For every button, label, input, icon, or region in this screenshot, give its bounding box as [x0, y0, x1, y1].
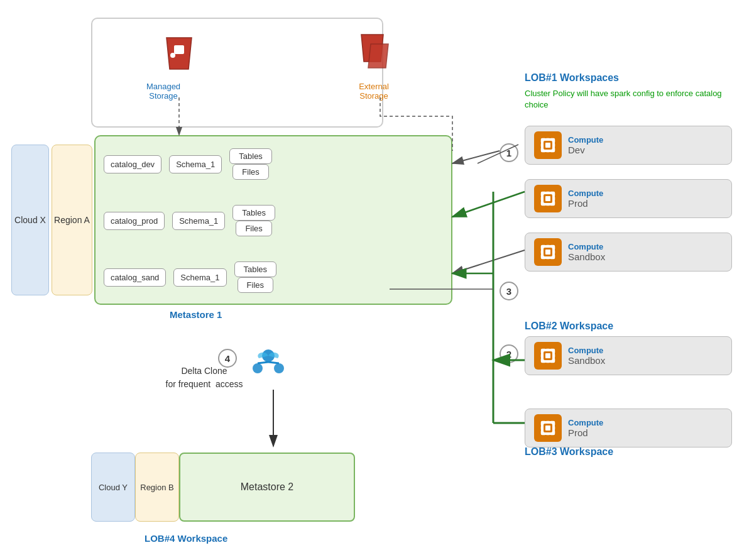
- lob1-compute-prod: Compute Prod: [525, 179, 732, 218]
- lob3-compute-prod: Compute Prod: [525, 409, 732, 447]
- catalog-row-sand: catalog_sand Schema_1 Tables Files: [104, 255, 276, 300]
- compute-icon-prod2: [534, 414, 562, 442]
- managed-storage-label: Managed Storage: [138, 82, 188, 101]
- svg-rect-40: [545, 353, 550, 358]
- region-a-box: Region A: [52, 145, 92, 295]
- compute-prod-text: Compute Prod: [568, 189, 603, 209]
- svg-marker-4: [368, 44, 388, 68]
- svg-rect-30: [539, 249, 541, 251]
- svg-point-2: [170, 53, 175, 58]
- svg-rect-36: [545, 259, 547, 261]
- compute-icon-dev: [534, 131, 562, 159]
- tables-files-prod: Tables Files: [232, 205, 275, 236]
- svg-line-69: [452, 151, 500, 163]
- storage-area: [91, 18, 383, 128]
- svg-rect-1: [174, 45, 184, 54]
- schema-dev-box: Schema_1: [169, 155, 222, 173]
- lob4-label: LOB#4 Workspace: [145, 533, 227, 544]
- svg-rect-15: [549, 152, 551, 154]
- lob4-area: Cloud Y Region B Metastore 2: [91, 446, 399, 528]
- metastore1-label: Metastore 1: [170, 309, 222, 320]
- catalog-sand-box: catalog_sand: [104, 268, 166, 287]
- lob1-compute-sandbox: Compute Sandbox: [525, 233, 732, 272]
- svg-rect-51: [545, 425, 550, 431]
- delta-clone-text: Delta Clonefor frequent access: [154, 365, 254, 391]
- svg-rect-48: [549, 363, 551, 365]
- region-b-box: Region B: [135, 453, 179, 522]
- tables-sand: Tables: [234, 261, 277, 277]
- svg-rect-55: [555, 429, 557, 431]
- svg-line-70: [452, 250, 525, 273]
- svg-rect-24: [549, 190, 551, 192]
- lob1-label: LOB#1 Workspaces: [525, 72, 619, 84]
- svg-rect-41: [539, 353, 541, 354]
- tables-dev: Tables: [229, 148, 272, 164]
- compute-icon-prod: [534, 185, 562, 212]
- svg-rect-18: [545, 196, 550, 201]
- circle-1: 1: [500, 143, 518, 162]
- svg-rect-53: [539, 429, 541, 431]
- schema-sand-box: Schema_1: [173, 268, 226, 287]
- circle-4: 4: [218, 349, 237, 368]
- external-storage-icon: [358, 31, 396, 75]
- svg-rect-37: [549, 259, 551, 261]
- svg-rect-20: [539, 200, 541, 202]
- svg-rect-45: [545, 347, 547, 349]
- external-storage-label: External Storage: [349, 82, 399, 101]
- svg-rect-11: [555, 146, 557, 148]
- metastore2-box: Metastore 2: [179, 453, 355, 522]
- svg-point-61: [253, 363, 263, 373]
- files-sand: Files: [238, 277, 273, 293]
- diagram: Managed Storage External Storage Cloud X…: [0, 0, 754, 560]
- svg-rect-56: [545, 419, 547, 421]
- svg-rect-12: [545, 136, 547, 138]
- svg-rect-42: [539, 357, 541, 359]
- schema-prod-box: Schema_1: [172, 212, 225, 230]
- svg-rect-7: [545, 143, 550, 148]
- catalog-row-dev: catalog_dev Schema_1 Tables Files: [104, 141, 272, 187]
- compute-sand1-text: Compute Sandbox: [568, 242, 605, 262]
- svg-rect-31: [539, 253, 541, 255]
- compute-dev-text: Compute Dev: [568, 135, 603, 155]
- svg-line-64: [268, 362, 279, 363]
- svg-rect-34: [545, 243, 547, 245]
- svg-rect-14: [545, 152, 547, 154]
- cloud-y-box: Cloud Y: [91, 453, 135, 522]
- svg-rect-58: [545, 435, 547, 437]
- lob2-compute-sandbox: Compute Sandbox: [525, 336, 732, 375]
- tables-files-sand: Tables Files: [234, 261, 277, 293]
- svg-rect-8: [539, 142, 541, 144]
- svg-rect-35: [549, 243, 551, 245]
- lob3-label: LOB#3 Workspace: [525, 446, 613, 458]
- svg-rect-21: [555, 195, 557, 197]
- tables-prod: Tables: [232, 205, 275, 221]
- circle-2: 2: [500, 344, 518, 363]
- svg-rect-26: [549, 206, 551, 207]
- svg-rect-52: [539, 425, 541, 427]
- svg-rect-57: [549, 419, 551, 421]
- lob1-policy-note: Cluster Policy will have spark config to…: [525, 88, 738, 111]
- svg-rect-19: [539, 195, 541, 197]
- lob1-compute-dev: Compute Dev: [525, 126, 732, 165]
- delta-clone-icon: [251, 344, 286, 381]
- svg-rect-54: [555, 425, 557, 427]
- svg-rect-33: [555, 253, 557, 255]
- svg-rect-25: [545, 206, 547, 207]
- svg-rect-10: [555, 142, 557, 144]
- catalog-prod-box: catalog_prod: [104, 212, 165, 230]
- svg-rect-43: [555, 353, 557, 354]
- svg-rect-22: [555, 200, 557, 202]
- compute-prod2-text: Compute Prod: [568, 418, 603, 438]
- compute-sand2-text: Compute Sandbox: [568, 346, 605, 366]
- managed-storage-icon: [160, 31, 198, 75]
- svg-rect-23: [545, 190, 547, 192]
- svg-rect-29: [545, 250, 550, 255]
- svg-rect-46: [549, 347, 551, 349]
- svg-rect-47: [545, 363, 547, 365]
- svg-rect-59: [549, 435, 551, 437]
- files-dev: Files: [232, 164, 268, 180]
- lob2-label: LOB#2 Workspace: [525, 321, 613, 332]
- catalog-row-prod: catalog_prod Schema_1 Tables Files: [104, 198, 275, 243]
- compute-icon-sand2: [534, 342, 562, 370]
- svg-line-63: [258, 362, 268, 363]
